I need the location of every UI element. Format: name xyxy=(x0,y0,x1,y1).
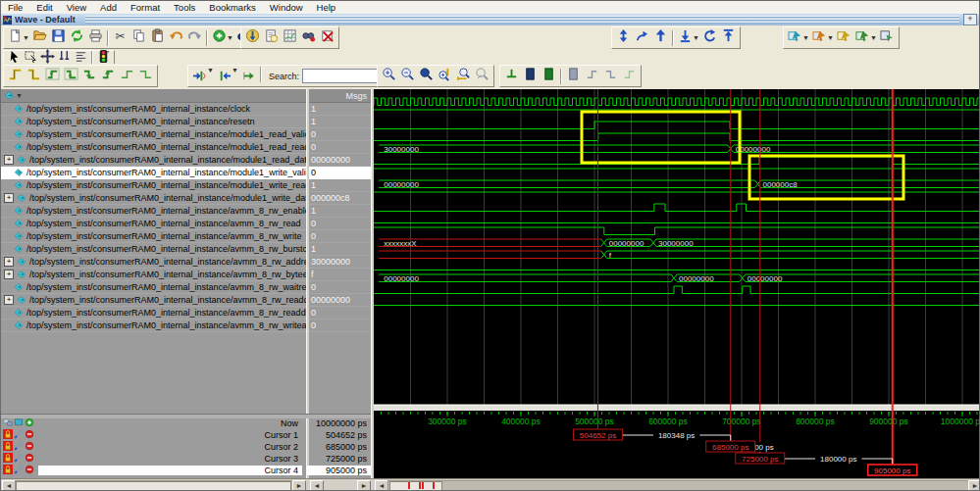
names-scroll-right-button[interactable]: ► xyxy=(292,480,306,491)
signal-row[interactable]: /top/system_inst/consumerRAM0_internal_i… xyxy=(1,307,306,319)
next-rising-edge-green-button[interactable] xyxy=(136,67,155,85)
names-scrollbar-track[interactable] xyxy=(15,480,294,491)
menu-item-format[interactable]: Format xyxy=(124,2,167,13)
cursor-time-value[interactable]: 725000 ps xyxy=(306,454,371,464)
insert-cursor-yellow-button[interactable] xyxy=(6,67,25,85)
wave-scrollbar-track[interactable] xyxy=(387,480,970,491)
lock-cursor-icon[interactable] xyxy=(3,465,13,476)
edit-wave-yellow-button[interactable] xyxy=(835,28,853,47)
copy-button[interactable] xyxy=(129,28,148,47)
edit-cursor-icon[interactable] xyxy=(14,429,24,441)
find-next-event-button[interactable] xyxy=(633,28,651,47)
menu-item-file[interactable]: File xyxy=(1,2,29,13)
cursor-time-value[interactable]: 685000 ps xyxy=(306,442,371,452)
dock-button[interactable]: + xyxy=(963,14,977,25)
wave-scroll-right-button[interactable]: ► xyxy=(968,480,980,491)
menu-item-view[interactable]: View xyxy=(60,2,93,13)
signal-row[interactable]: /top/system_inst/consumerRAM0_internal_i… xyxy=(1,128,306,141)
zoom-in-on-cursor-button[interactable] xyxy=(436,67,454,85)
menu-item-tools[interactable]: Tools xyxy=(167,2,202,13)
dropdown-arrow-icon[interactable]: ▼ xyxy=(23,34,29,41)
zoom-range-button[interactable] xyxy=(454,67,473,85)
signal-row[interactable]: +/top/system_inst/consumerRAM0_internal_… xyxy=(1,294,306,307)
next-transition-green-button[interactable] xyxy=(62,67,80,85)
cursor-label[interactable]: Cursor 1 xyxy=(38,430,302,440)
prev-falling-edge-green-button[interactable] xyxy=(80,67,99,85)
reload-button[interactable] xyxy=(68,28,86,47)
zoom-in-button[interactable] xyxy=(380,67,398,85)
values-scroll-right-button[interactable]: ► xyxy=(357,480,371,491)
screen-icon[interactable] xyxy=(14,417,24,429)
lock-cursor-icon[interactable] xyxy=(3,441,13,453)
prev-rising-edge-green-button[interactable] xyxy=(118,67,136,85)
find-event-circular-button[interactable] xyxy=(700,28,719,47)
header-dropdown-icon[interactable]: ▼ xyxy=(16,92,23,99)
cursor-time-value[interactable]: 905000 ps xyxy=(306,466,371,475)
names-header[interactable]: ▼ xyxy=(1,89,306,103)
cursor-row[interactable]: Cursor 4905000 ps xyxy=(1,465,371,476)
signal-row[interactable]: /top/system_inst/consumerRAM0_internal_i… xyxy=(1,205,306,218)
delete-cursor-yellow-button[interactable] xyxy=(25,67,43,85)
expand-time-button[interactable] xyxy=(239,67,258,85)
event-step-mid-button[interactable] xyxy=(601,67,620,85)
wave-editor-button[interactable] xyxy=(281,28,299,47)
signal-row[interactable]: /top/system_inst/consumerRAM0_internal_i… xyxy=(1,319,306,332)
dropdown-arrow-icon[interactable]: ▼ xyxy=(232,67,238,85)
expand-plus-button[interactable]: + xyxy=(4,155,14,165)
signal-row[interactable]: /top/system_inst/consumerRAM0_internal_i… xyxy=(1,230,306,243)
dropdown-arrow-icon[interactable]: ▼ xyxy=(227,34,233,41)
names-scrollbar-thumb[interactable] xyxy=(16,481,291,491)
redo-button[interactable] xyxy=(185,28,204,47)
cursor-label[interactable]: Cursor 2 xyxy=(38,442,302,452)
expand-plus-button[interactable]: + xyxy=(4,193,14,203)
print-button[interactable] xyxy=(86,28,105,47)
menu-item-window[interactable]: Window xyxy=(263,2,310,13)
add-cursor-button[interactable] xyxy=(25,417,34,429)
prev-transition-green-button[interactable] xyxy=(43,67,62,85)
cursor-time-value[interactable]: 504652 ps xyxy=(306,430,371,440)
zoom-out-button[interactable] xyxy=(398,67,417,85)
titlebar-grip[interactable] xyxy=(85,16,959,24)
lock-cursor-icon[interactable] xyxy=(3,429,13,441)
event-step-down-button[interactable] xyxy=(620,67,639,85)
edit-cursor-icon[interactable] xyxy=(14,465,24,476)
find-next-transition-button[interactable] xyxy=(651,28,670,47)
signal-row[interactable]: +/top/system_inst/consumerRAM0_internal_… xyxy=(1,256,306,269)
signal-row[interactable]: /top/system_inst/consumerRAM0_internal_i… xyxy=(1,179,306,192)
open-folder-button[interactable] xyxy=(30,28,49,47)
dropdown-arrow-icon[interactable]: ▼ xyxy=(207,67,214,85)
signal-row[interactable]: /top/system_inst/consumerRAM0_internal_i… xyxy=(1,103,306,116)
run-compile-button[interactable] xyxy=(243,28,262,47)
values-scroll-left-button[interactable]: ◄ xyxy=(310,480,324,491)
zoom-full-button[interactable] xyxy=(417,67,436,85)
wave-scroll-left-button[interactable]: ◄ xyxy=(375,480,388,491)
expand-bus-button[interactable] xyxy=(564,67,583,85)
expand-plus-button[interactable]: + xyxy=(4,295,14,305)
signal-row[interactable]: +/top/system_inst/consumerRAM0_internal_… xyxy=(1,192,306,205)
waveform-canvas[interactable]: 300000000000000000000000000000c8xxxxxxxX… xyxy=(374,89,980,478)
signal-row[interactable]: /top/system_inst/consumerRAM0_internal_i… xyxy=(1,243,306,256)
signal-row[interactable]: /top/system_inst/consumerRAM0_internal_i… xyxy=(1,218,306,230)
dropdown-arrow-icon[interactable]: ▼ xyxy=(693,34,699,41)
save-button[interactable] xyxy=(49,28,68,47)
undo-button[interactable] xyxy=(167,28,185,47)
export-wave-green-button[interactable] xyxy=(878,28,897,47)
signal-row[interactable]: +/top/system_inst/consumerRAM0_internal_… xyxy=(1,154,306,167)
menu-item-edit[interactable]: Edit xyxy=(29,2,59,13)
next-falling-edge-green-button[interactable] xyxy=(99,67,118,85)
now-row[interactable]: Now10000000 ps xyxy=(1,417,371,429)
show-wave-block-button[interactable] xyxy=(540,67,558,85)
lock-cursor-icon[interactable] xyxy=(3,453,13,465)
zoom-mode-toggle-button[interactable] xyxy=(473,67,491,85)
menu-item-bookmarks[interactable]: Bookmarks xyxy=(202,2,263,13)
menu-item-add[interactable]: Add xyxy=(93,2,124,13)
dropdown-arrow-icon[interactable]: ▼ xyxy=(870,34,877,41)
names-scroll-left-button[interactable]: ◄ xyxy=(2,480,16,491)
edit-cursor-icon[interactable] xyxy=(14,441,24,453)
delete-cursor-icon[interactable] xyxy=(25,441,34,453)
cut-button[interactable]: ✂ xyxy=(111,28,129,47)
dropdown-arrow-icon[interactable]: ▼ xyxy=(827,34,834,41)
cursor-row[interactable]: Cursor 3725000 ps xyxy=(1,453,371,465)
paste-button[interactable] xyxy=(148,28,167,47)
signal-row[interactable]: /top/system_inst/consumerRAM0_internal_i… xyxy=(1,141,306,154)
